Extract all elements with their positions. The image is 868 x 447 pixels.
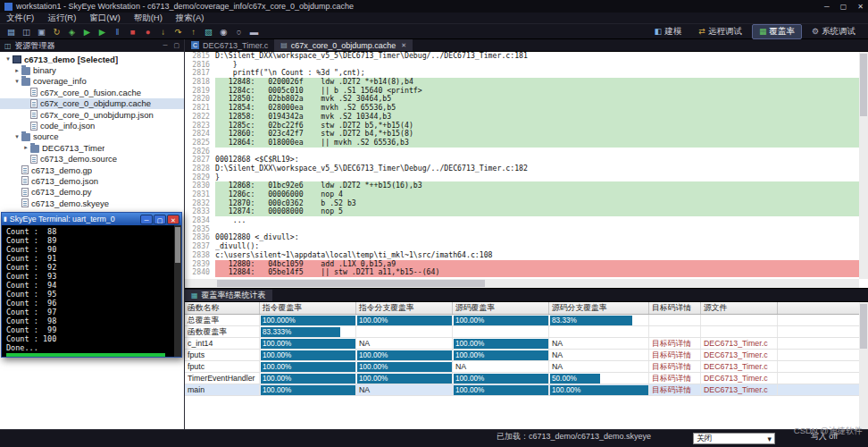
debug-icon[interactable]: ◈ [64, 25, 79, 38]
coverage-cell: NA [356, 384, 453, 395]
chevron-down-icon: ▾ [768, 434, 772, 443]
editor-line: 2820 12850: 02bb802a mvk .S2 30464,b5 [185, 95, 859, 104]
tree-item[interactable]: c6713_demo.json [0, 175, 184, 186]
status-loaded-text: 已加载：c6713_demo/c6713_demo.skyeye [497, 431, 651, 443]
editor-tab[interactable]: CDEC6713_Timer.c [185, 39, 274, 51]
target-code-link[interactable]: 目标码详情 [649, 385, 691, 394]
coverage-row[interactable]: main100.00%NA100.00%100.00%目标码详情DEC6713_… [185, 384, 868, 396]
scroll-thumb[interactable] [860, 54, 867, 116]
save-all-icon[interactable]: ▣ [34, 25, 49, 38]
minimize-icon[interactable]: ─ [824, 3, 830, 11]
editor-vscrollbar[interactable] [859, 52, 868, 279]
source-file-link[interactable]: DEC6713_Timer.c [701, 362, 768, 371]
step-into-icon[interactable]: ↓ [155, 25, 171, 38]
tree-item[interactable]: c67x_core_0_unobjdump.json [0, 109, 184, 120]
editor-line: 282700012868 <$C$RL19>: [185, 156, 859, 164]
status-combo[interactable]: 关闭 ▾ [693, 433, 775, 444]
terminal-line: Count : 93 [6, 272, 181, 281]
tree-item[interactable]: c6713_demo.py [0, 187, 184, 198]
stop-icon[interactable]: ■ [125, 25, 140, 38]
search-icon[interactable]: ○ [231, 25, 246, 38]
terminal-cursor [6, 353, 165, 357]
step-return-icon[interactable]: ↑ [186, 25, 201, 38]
source-file-link[interactable]: DEC6713_Timer.c [701, 350, 768, 359]
save-icon[interactable]: ◫ [19, 25, 34, 38]
maximize-icon[interactable]: ▢ [840, 3, 847, 11]
terminal-minimize-icon[interactable]: ─ [140, 215, 153, 224]
perspective-coverage[interactable]: ▦覆盖率 [752, 24, 802, 39]
target-code-link[interactable]: 目标码详情 [649, 362, 691, 371]
tree-item[interactable]: ▾coverage_info [0, 76, 184, 87]
tree-item[interactable]: code_info.json [0, 120, 184, 131]
tree-item[interactable]: c6713_demo.gp [0, 164, 184, 175]
view-minimize-icon[interactable]: ─ [163, 42, 167, 49]
tree-item[interactable]: ▸binary [0, 64, 184, 75]
editor-tab[interactable]: ▤c67x_core_0_objdump.cache✕ [274, 39, 413, 51]
editor[interactable]: 2815D:\Silent_DXX\workspace_v5_5\DEC6713… [185, 52, 868, 288]
new-icon[interactable]: ▤ [4, 25, 19, 38]
editor-hscrollbar[interactable] [185, 279, 859, 288]
close-icon[interactable]: ✕ [857, 3, 864, 11]
tree-item[interactable]: c6713_demo.skyeye [0, 198, 184, 208]
menu-item[interactable]: 搜索(A) [176, 13, 204, 24]
tab-close-icon[interactable]: ✕ [401, 42, 406, 49]
coverage-row[interactable]: fputs100.00%100.00%100.00%NA目标码详情DEC6713… [185, 350, 868, 361]
menu-item[interactable]: 帮助(H) [134, 13, 163, 24]
target-code-link[interactable]: 目标码详情 [649, 374, 691, 383]
coverage-cell: 100.00% [453, 338, 549, 349]
tree-label: c6713_demo.skyeye [31, 198, 109, 208]
menu-item[interactable]: 运行(R) [47, 13, 76, 24]
source-file-link[interactable]: DEC6713_Timer.c [701, 385, 768, 394]
coverage-cell: NA [356, 338, 453, 349]
source-file-link[interactable]: DEC6713_Timer.c [701, 374, 768, 383]
coverage-row[interactable]: TimerEventHandler100.00%100.00%100.00%50… [185, 373, 868, 384]
coverage-icon[interactable]: ▧ [201, 25, 216, 38]
tree-item[interactable]: c67x_core_0_fusion.cache [0, 87, 184, 97]
tree-item[interactable]: ▾c6713_demo [Selected] [0, 54, 184, 64]
resume-icon[interactable]: ▶ [95, 25, 110, 38]
coverage-row[interactable]: fputc100.00%100.00%NANA目标码详情DEC6713_Time… [185, 361, 868, 373]
scroll-thumb[interactable] [175, 227, 180, 263]
scroll-thumb[interactable] [217, 280, 485, 287]
terminal-close-icon[interactable]: ✕ [167, 215, 179, 224]
coverage-row[interactable]: 总覆盖率100.000%100.00%100.00%83.33% [185, 315, 868, 326]
view-maximize-icon[interactable]: ▢ [173, 42, 179, 49]
snapshot-icon[interactable]: ◉ [216, 25, 231, 38]
coverage-row[interactable]: c_int14100.00%NA100.00%NA目标码详情DEC6713_Ti… [185, 338, 868, 350]
coverage-row[interactable]: 函数覆盖率83.333% [185, 326, 868, 338]
tree-item[interactable]: c6713_demo.source [0, 154, 184, 164]
record-icon[interactable]: ● [140, 25, 155, 38]
terminal-output[interactable]: Count : 88Count : 89Count : 90Count : 91… [2, 225, 181, 357]
source-file-link[interactable]: DEC6713_Timer.c [701, 339, 768, 348]
step-over-icon[interactable]: ↷ [171, 25, 186, 38]
coverage-scrollbar[interactable] [859, 302, 868, 429]
refresh-icon[interactable]: ↻ [49, 25, 64, 38]
row-filler [778, 338, 868, 349]
terminal-maximize-icon[interactable]: ▢ [154, 215, 166, 224]
coverage-table-tab[interactable]: ▦ 覆盖率结果统计表 [185, 290, 272, 301]
coverage-bar: 100.00% [261, 339, 356, 349]
row-filler [778, 361, 868, 372]
tree-item[interactable]: ▾source [0, 131, 184, 142]
terminal-titlebar[interactable]: ▮ SkyEye Terminal: uart_term_0 ─ ▢ ✕ [2, 213, 181, 225]
terminal-scrollbar[interactable] [174, 225, 181, 357]
perspective-modeling[interactable]: ◧建模 [647, 24, 689, 39]
window-controls: ─ ▢ ✕ [824, 3, 864, 11]
perspective-system-debug[interactable]: ⚙系统调试 [805, 24, 863, 39]
function-name: main [185, 384, 260, 395]
scroll-thumb[interactable] [860, 304, 867, 349]
target-code-cell: 目标码详情 [649, 384, 701, 395]
coverage-bar: 50.00% [550, 374, 600, 384]
target-code-link[interactable]: 目标码详情 [649, 350, 691, 359]
run-icon[interactable]: ▶ [79, 25, 95, 38]
perspective-remote-debug[interactable]: ⇄远程调试 [691, 24, 749, 39]
line-number: 2840 [185, 268, 215, 277]
menu-item[interactable]: 窗口(W) [89, 13, 120, 24]
pause-icon[interactable]: ‖ [110, 25, 125, 38]
tree-item[interactable]: c67x_core_0_objdump.cache [0, 98, 184, 109]
tree-item[interactable]: ▸DEC6713_Timer [0, 142, 184, 153]
menu-item[interactable]: 文件(F) [6, 13, 34, 24]
tree-label: c6713_demo.py [31, 187, 92, 197]
target-code-link[interactable]: 目标码详情 [649, 339, 691, 348]
terminal-icon[interactable]: ▬ [246, 25, 262, 38]
